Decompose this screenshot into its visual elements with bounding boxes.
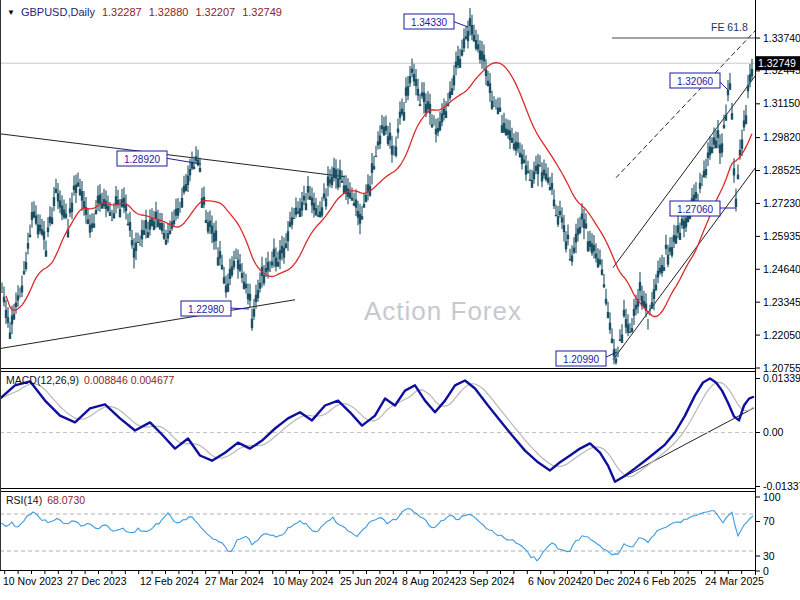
price-axis-label: 1.25935 xyxy=(763,230,800,242)
high-value: 1.32880 xyxy=(149,6,189,18)
macd-signal-line xyxy=(0,382,753,476)
collapse-arrow-icon[interactable]: ▼ xyxy=(7,8,15,17)
chart-canvas[interactable]: 1.343301.289201.229801.209901.320601.270… xyxy=(0,0,800,600)
date-axis-label: 24 Mar 2025 xyxy=(705,575,764,587)
price-axis-label: 1.31150 xyxy=(763,97,800,109)
open-value: 1.32287 xyxy=(102,6,142,18)
date-axis-label: 6 Nov 2024 xyxy=(528,575,582,587)
annotation-label: 1.34330 xyxy=(411,17,448,28)
price-axis-label: 1.28525 xyxy=(763,164,800,176)
price-annotation[interactable]: 1.27060 xyxy=(670,201,736,216)
rsi-axis-label: 70 xyxy=(763,515,775,527)
fe-level-label: FE 61.8 xyxy=(711,21,748,33)
macd-axis-label: 0.00 xyxy=(763,426,784,438)
macd-line xyxy=(0,379,753,482)
rsi-value: 68.0730 xyxy=(47,494,85,506)
macd-label: MACD(12,26,9) xyxy=(6,374,79,386)
date-axis-label: 27 Dec 2023 xyxy=(67,575,127,587)
price-axis-label: 1.29820 xyxy=(763,131,800,143)
rsi-axis-label: 100 xyxy=(763,491,781,503)
date-axis-label: 25 Jun 2024 xyxy=(340,575,398,587)
rsi-label: RSI(14) xyxy=(6,494,42,506)
chart-window: Action Forex 1.343301.289201.229801.2099… xyxy=(0,0,800,600)
date-axis-label: 12 Feb 2024 xyxy=(140,575,199,587)
date-axis-label: 20 Dec 2024 xyxy=(581,575,641,587)
price-axis-label: 1.22050 xyxy=(763,329,800,341)
price-axis-label: 1.23345 xyxy=(763,296,800,308)
close-value: 1.32749 xyxy=(242,6,282,18)
annotation-label: 1.27060 xyxy=(677,204,714,215)
price-axis-label: 1.33740 xyxy=(763,32,800,44)
macd-header: MACD(12,26,9)0.008846 0.004677 xyxy=(6,374,174,386)
date-axis-label: 6 Feb 2025 xyxy=(643,575,696,587)
date-axis-label: 27 Mar 2024 xyxy=(205,575,264,587)
chart-header: ▼GBPUSD,Daily1.322871.328801.322071.3274… xyxy=(7,6,282,18)
rsi-axis-label: 30 xyxy=(763,550,775,562)
trendline[interactable] xyxy=(0,134,345,177)
trendline[interactable] xyxy=(0,300,295,349)
rsi-header: RSI(14)68.0730 xyxy=(6,494,85,506)
price-annotation[interactable]: 1.32060 xyxy=(670,73,729,91)
annotation-label: 1.22980 xyxy=(188,304,225,315)
current-price-label: 1.32749 xyxy=(758,57,796,69)
rsi-line xyxy=(0,509,753,561)
date-axis-label: 10 Nov 2023 xyxy=(3,575,63,587)
price-axis-label: 1.27230 xyxy=(763,197,800,209)
price-annotation[interactable]: 1.34330 xyxy=(404,14,468,29)
price-bars xyxy=(2,8,752,365)
macd-axis-label: 0.013392 xyxy=(763,372,800,384)
trendline[interactable] xyxy=(615,408,754,482)
low-value: 1.32207 xyxy=(195,6,235,18)
macd-values: 0.008846 0.004677 xyxy=(84,374,175,386)
price-annotation[interactable]: 1.28920 xyxy=(117,151,201,166)
annotation-label: 1.32060 xyxy=(677,76,714,87)
price-annotation[interactable]: 1.20990 xyxy=(556,351,617,366)
trendline[interactable] xyxy=(613,167,756,360)
price-axis-label: 1.24640 xyxy=(763,263,800,275)
current-price-tag: 1.32749 xyxy=(756,56,800,70)
date-axis-label: 10 May 2024 xyxy=(273,575,334,587)
date-axis-label: 8 Aug 2024 xyxy=(402,575,455,587)
price-annotation[interactable]: 1.22980 xyxy=(181,301,249,316)
annotation-label: 1.28920 xyxy=(124,154,161,165)
symbol-timeframe-label: GBPUSD,Daily xyxy=(21,6,95,18)
annotation-label: 1.20990 xyxy=(563,354,600,365)
date-axis-label: 23 Sep 2024 xyxy=(455,575,515,587)
